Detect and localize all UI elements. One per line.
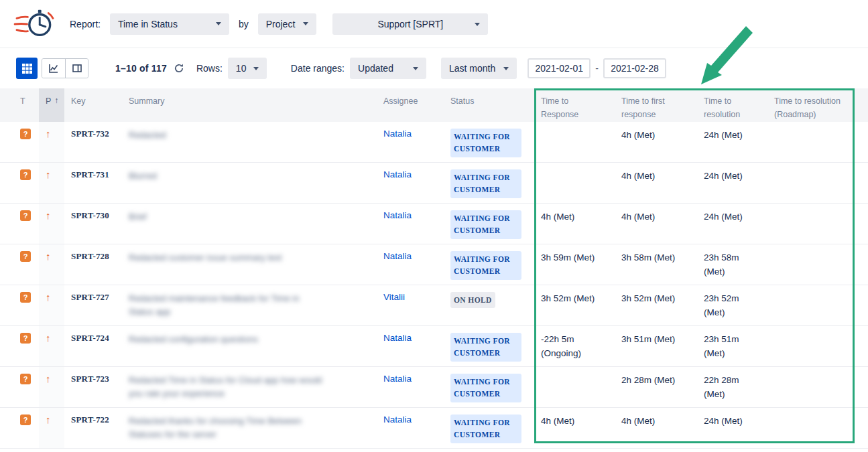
time-to-response-value: 3h 52m (Met): [541, 293, 595, 303]
cell-time-to-response: [534, 163, 615, 203]
table-row: ? ↑ SPRT-732 Redacted Natalia WAITING FO…: [0, 122, 868, 163]
time-to-resolution-value: 23h 51m (Met): [704, 334, 739, 358]
status-lozenge: WAITING FOR CUSTOMER: [450, 210, 521, 239]
assignee-link[interactable]: Natalia: [383, 210, 412, 220]
column-header-status[interactable]: Status: [444, 88, 534, 122]
cell-priority: ↑: [39, 408, 64, 448]
issue-type-question-icon[interactable]: ?: [20, 292, 31, 303]
cell-type: ?: [13, 367, 39, 407]
assignee-link[interactable]: Natalia: [383, 251, 412, 261]
rows-label: Rows:: [196, 63, 223, 74]
date-from-input[interactable]: 2021-02-01: [528, 58, 591, 78]
time-to-resolution-value: 24h (Met): [704, 171, 743, 181]
cell-time-to-response: -22h 5m (Ongoing): [534, 326, 615, 366]
table-row: ? ↑ SPRT-723 Redacted Time in Status for…: [0, 367, 868, 408]
cell-status: WAITING FOR CUSTOMER: [444, 367, 534, 407]
column-header-summary[interactable]: Summary: [122, 88, 377, 122]
board-view-button[interactable]: [65, 59, 88, 78]
cell-time-to-resolution: 23h 51m (Met): [697, 326, 767, 366]
cell-priority: ↑: [39, 204, 64, 244]
time-to-resolution-value: 24h (Met): [704, 212, 743, 222]
assignee-link[interactable]: Natalia: [383, 333, 412, 343]
rows-per-page-value: 10: [236, 63, 247, 74]
issue-summary-blurred: Redacted maintenance feedback for Time i…: [129, 292, 323, 318]
cell-key: SPRT-727: [64, 285, 122, 325]
column-header-type[interactable]: T: [13, 88, 39, 122]
column-header-assignee[interactable]: Assignee: [377, 88, 444, 122]
table-header-row: T P ↑ Key Summary Assignee Status Time t…: [0, 88, 868, 122]
issue-type-question-icon[interactable]: ?: [20, 415, 31, 425]
time-to-first-response-value: 3h 58m (Met): [621, 252, 675, 262]
cell-priority: ↑: [39, 285, 64, 325]
cell-assignee: Natalia: [377, 367, 444, 407]
table-row: ? ↑ SPRT-730 Brief Natalia WAITING FOR C…: [0, 204, 868, 244]
report-type-value: Time in Status: [118, 19, 178, 29]
report-type-select[interactable]: Time in Status: [110, 13, 229, 35]
date-preset-select[interactable]: Last month: [441, 58, 517, 79]
issue-type-question-icon[interactable]: ?: [20, 374, 31, 384]
column-header-time-to-resolution-roadmap[interactable]: Time to resolution (Roadmap): [767, 88, 855, 122]
assignee-link[interactable]: Natalia: [383, 415, 412, 425]
priority-high-icon: ↑: [46, 414, 51, 425]
issue-key: SPRT-722: [71, 415, 109, 425]
time-to-response-value: -22h 5m (Ongoing): [541, 334, 581, 358]
column-header-key[interactable]: Key: [64, 88, 122, 122]
table-row: ? ↑ SPRT-722 Redacted thanks for choosin…: [0, 408, 868, 449]
priority-high-icon: ↑: [46, 291, 51, 303]
issue-summary-blurred: Redacted Time in Status for Cloud app ho…: [129, 374, 323, 400]
column-header-time-to-first-response[interactable]: Time to first response: [615, 88, 697, 122]
issue-key: SPRT-732: [71, 129, 109, 139]
assignee-link[interactable]: Vitalii: [383, 292, 405, 302]
table-row: ? ↑ SPRT-728 Redacted customer issue sum…: [0, 244, 868, 285]
issue-key: SPRT-727: [71, 292, 109, 302]
grid-icon: [22, 64, 32, 74]
column-header-time-to-response[interactable]: Time to Response: [534, 88, 615, 122]
issue-key: SPRT-730: [71, 210, 109, 220]
cell-time-to-first-response: 3h 58m (Met): [615, 244, 697, 285]
cell-assignee: Vitalii: [377, 285, 444, 325]
status-lozenge: WAITING FOR CUSTOMER: [450, 251, 521, 280]
assignee-link[interactable]: Natalia: [383, 129, 412, 139]
issue-type-question-icon[interactable]: ?: [20, 251, 31, 262]
issue-summary-blurred: Brief: [129, 210, 323, 224]
cell-status: WAITING FOR CUSTOMER: [444, 326, 534, 366]
issue-key: SPRT-731: [71, 169, 109, 179]
chart-view-button[interactable]: [42, 59, 65, 78]
issue-type-question-icon[interactable]: ?: [20, 169, 31, 180]
rows-per-page-select[interactable]: 10: [228, 58, 267, 79]
cell-time-to-resolution-roadmap: [767, 285, 855, 325]
toolbar: 1–10 of 117 Rows: 10 Date ranges: Update…: [0, 48, 868, 88]
assignee-link[interactable]: Natalia: [383, 374, 412, 384]
status-lozenge: ON HOLD: [450, 292, 495, 308]
report-table: T P ↑ Key Summary Assignee Status Time t…: [0, 88, 868, 449]
cell-priority: ↑: [39, 326, 64, 366]
date-to-input[interactable]: 2021-02-28: [603, 58, 666, 78]
issue-type-question-icon[interactable]: ?: [20, 129, 31, 139]
column-header-time-to-resolution[interactable]: Time to resolution: [697, 88, 767, 122]
table-row: ? ↑ SPRT-731 Blurred Natalia WAITING FOR…: [0, 163, 868, 204]
cell-summary: Redacted thanks for choosing Time Betwee…: [122, 408, 377, 448]
cell-time-to-first-response: 4h (Met): [615, 204, 697, 244]
cell-key: SPRT-730: [64, 204, 122, 244]
issue-key: SPRT-724: [71, 333, 109, 343]
issue-type-question-icon[interactable]: ?: [20, 333, 31, 344]
cell-time-to-response: [534, 122, 615, 162]
cell-summary: Blurred: [122, 163, 377, 203]
scope-select[interactable]: Project: [258, 13, 317, 35]
refresh-button[interactable]: [174, 63, 184, 74]
status-lozenge: WAITING FOR CUSTOMER: [450, 129, 521, 157]
project-select[interactable]: Support [SPRT]: [332, 13, 488, 35]
grid-view-button[interactable]: [16, 58, 38, 79]
priority-high-icon: ↑: [46, 373, 51, 384]
cell-key: SPRT-732: [64, 122, 122, 162]
issue-type-question-icon[interactable]: ?: [20, 210, 31, 221]
cell-type: ?: [13, 326, 39, 366]
cell-type: ?: [13, 122, 39, 162]
cell-assignee: Natalia: [377, 204, 444, 244]
time-to-resolution-value: 24h (Met): [704, 130, 743, 140]
date-field-select[interactable]: Updated: [350, 58, 426, 79]
cell-priority: ↑: [39, 163, 64, 203]
assignee-link[interactable]: Natalia: [383, 169, 412, 179]
column-header-priority-sorted[interactable]: P ↑: [39, 88, 64, 122]
cell-time-to-response: [534, 367, 615, 407]
